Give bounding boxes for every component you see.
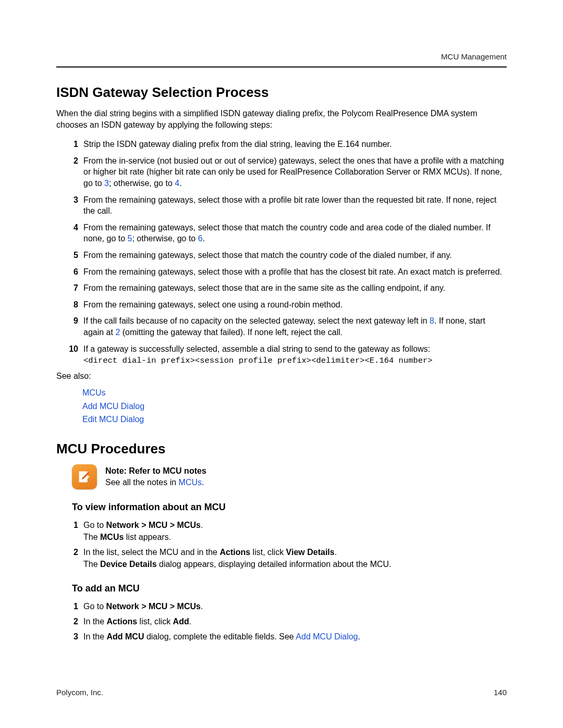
step-text: Go to Network > MCU > MCUs.The MCUs list… <box>83 519 507 543</box>
document-page: MCU Management ISDN Gateway Selection Pr… <box>0 0 563 728</box>
page-footer: Polycom, Inc. 140 <box>56 688 507 697</box>
see-also-link-mcus[interactable]: MCUs <box>82 386 507 400</box>
list-item: 4From the remaining gateways, select tho… <box>56 222 507 244</box>
pencil-note-icon <box>77 470 92 484</box>
step-text: In the Add MCU dialog, complete the edit… <box>83 631 507 643</box>
isdn-title: ISDN Gateway Selection Process <box>56 84 507 101</box>
isdn-intro: When the dial string begins with a simpl… <box>56 108 507 130</box>
footer-company: Polycom, Inc. <box>56 688 103 697</box>
header-bar: MCU Management <box>56 52 507 68</box>
add-mcu-steps: 1Go to Network > MCU > MCUs. 2In the Act… <box>56 600 507 643</box>
list-item: 3In the Add MCU dialog, complete the edi… <box>56 631 507 643</box>
isdn-steps-list: 1Strip the ISDN gateway dialing prefix f… <box>56 139 507 366</box>
step-text: If a gateway is successfully selected, a… <box>83 343 507 367</box>
step-text: In the Actions list, click Add. <box>83 615 507 627</box>
step-text: From the remaining gateways, select thos… <box>83 222 507 244</box>
step-text: Go to Network > MCU > MCUs. <box>83 600 507 612</box>
list-item: 6From the remaining gateways, select tho… <box>56 266 507 278</box>
step-crossref-link[interactable]: 4 <box>175 179 179 188</box>
note-text: Note: Refer to MCU notes See all the not… <box>105 464 206 489</box>
list-item: 3From the remaining gateways, select tho… <box>56 194 507 217</box>
list-item: 2From the in-service (not busied out or … <box>56 155 507 189</box>
step-crossref-link[interactable]: 3 <box>104 179 109 188</box>
step-text: From the remaining gateways, select one … <box>83 299 507 311</box>
step-text: From the remaining gateways, select thos… <box>83 194 507 217</box>
view-mcu-title: To view information about an MCU <box>72 502 507 513</box>
step-text: From the in-service (not busied out or o… <box>83 155 507 189</box>
list-item: 8From the remaining gateways, select one… <box>56 299 507 311</box>
step-crossref-link[interactable]: 2 <box>115 328 120 337</box>
see-also-label: See also: <box>56 372 507 381</box>
code-snippet: <direct dial-in prefix><session profile … <box>83 356 433 365</box>
procedures-title: MCU Procedures <box>56 441 507 457</box>
list-item: 2In the list, select the MCU and in the … <box>56 546 507 570</box>
step-crossref-link[interactable]: 8 <box>430 316 434 325</box>
step-text: From the remaining gateways, select thos… <box>83 266 507 278</box>
list-item: 9If the call fails because of no capacit… <box>56 315 507 338</box>
add-mcu-dialog-link[interactable]: Add MCU Dialog <box>296 632 358 641</box>
note-body: See all the notes in MCUs. <box>105 477 206 488</box>
header-section-label: MCU Management <box>441 52 507 61</box>
see-also-link-edit-mcu[interactable]: Edit MCU Dialog <box>82 413 507 426</box>
step-text: From the remaining gateways, select thos… <box>83 282 507 294</box>
step-text: If the call fails because of no capacity… <box>83 315 507 338</box>
list-item: 7From the remaining gateways, select tho… <box>56 282 507 294</box>
step-crossref-link[interactable]: 6 <box>198 234 203 243</box>
list-item: 10If a gateway is successfully selected,… <box>56 343 507 367</box>
list-item: 1Go to Network > MCU > MCUs. <box>56 600 507 612</box>
see-also-links: MCUs Add MCU Dialog Edit MCU Dialog <box>82 386 507 426</box>
note-link-mcus[interactable]: MCUs <box>179 478 202 487</box>
view-mcu-steps: 1Go to Network > MCU > MCUs.The MCUs lis… <box>56 519 507 571</box>
add-mcu-title: To add an MCU <box>72 583 507 594</box>
note-title: Note: Refer to MCU notes <box>105 465 206 477</box>
see-also-link-add-mcu[interactable]: Add MCU Dialog <box>82 400 507 413</box>
footer-page-number: 140 <box>494 688 507 697</box>
list-item: 1Go to Network > MCU > MCUs.The MCUs lis… <box>56 519 507 543</box>
step-text: In the list, select the MCU and in the A… <box>83 546 507 570</box>
note-icon <box>72 464 97 489</box>
step-text: Strip the ISDN gateway dialing prefix fr… <box>83 139 507 150</box>
note-box: Note: Refer to MCU notes See all the not… <box>72 464 507 489</box>
list-item: 2In the Actions list, click Add. <box>56 615 507 627</box>
list-item: 1Strip the ISDN gateway dialing prefix f… <box>56 139 507 150</box>
list-item: 5From the remaining gateways, select tho… <box>56 250 507 261</box>
step-text: From the remaining gateways, select thos… <box>83 250 507 261</box>
